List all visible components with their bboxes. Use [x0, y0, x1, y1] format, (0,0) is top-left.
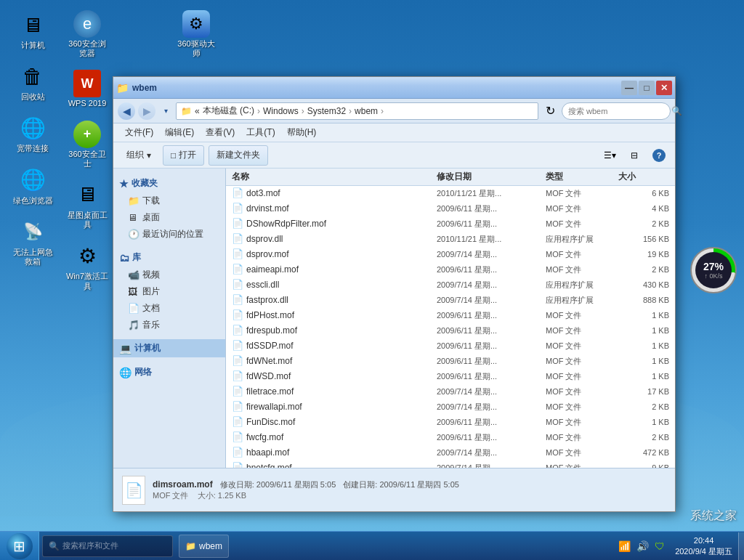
file-size: 17 KB [618, 387, 669, 396]
file-list-header: 名称 修改日期 类型 大小 [226, 169, 675, 186]
help-button[interactable]: ? [649, 145, 669, 166]
organize-button[interactable]: 组织 ▾ [119, 145, 158, 166]
desktop-icon-broadband[interactable]: 🌐 宽带连接 [7, 110, 58, 156]
speed-circle: 27% ↑ 0K/s [690, 247, 737, 293]
file-type: MOF 文件 [546, 432, 618, 443]
file-size: 1 KB [618, 357, 669, 365]
downloads-label: 下载 [142, 195, 160, 207]
computer-nav-icon: 💻 [119, 343, 132, 354]
path-sep3: › [349, 106, 352, 116]
menu-view[interactable]: 查看(V) [200, 125, 240, 140]
recent-locations-button[interactable]: ▾ [158, 104, 173, 118]
show-desktop-button[interactable] [738, 532, 744, 560]
desktop-icon-360desktop[interactable]: 🖥 星图桌面工具 [62, 177, 113, 232]
menu-help[interactable]: 帮助(H) [281, 125, 323, 140]
file-icon: 📄 [232, 203, 243, 214]
sidebar-network-header[interactable]: 🌐 网络 [113, 363, 225, 381]
breadcrumb-part1: « [195, 106, 200, 116]
file-row[interactable]: 📄 fdPHost.mof 2009/6/11 星期... MOF 文件 1 K… [226, 308, 675, 323]
desktop-icon-win7tool[interactable]: ⚙ Win7激活工具 [62, 238, 113, 293]
sidebar-item-music[interactable]: 🎵 音乐 [113, 317, 225, 333]
file-row[interactable]: 📄 fwcfg.mof 2009/6/11 星期... MOF 文件 2 KB [226, 430, 675, 445]
file-row[interactable]: 📄 fdWSD.mof 2009/6/11 星期... MOF 文件 1 KB [226, 369, 675, 384]
search-input[interactable] [568, 107, 668, 115]
file-date: 2009/6/11 星期... [437, 203, 546, 214]
file-row[interactable]: 📄 DShowRdpFilter.mof 2009/6/11 星期... MOF… [226, 216, 675, 232]
file-icon: 📄 [232, 462, 243, 468]
file-row[interactable]: 📄 FunDisc.mof 2009/6/11 星期... MOF 文件 1 K… [226, 415, 675, 430]
libraries-label: 库 [132, 251, 141, 264]
col-size[interactable]: 大小 [618, 171, 669, 183]
sidebar-item-documents[interactable]: 📄 文档 [113, 300, 225, 317]
new-folder-button[interactable]: 新建文件夹 [209, 145, 268, 166]
desktop-icon-ie[interactable]: e 360安全浏览器 [62, 7, 113, 61]
file-type: MOF 文件 [546, 402, 618, 413]
desktop-icon-wps[interactable]: W WPS 2019 [62, 67, 113, 111]
sidebar-favorites-header[interactable]: ★ 收藏夹 [113, 174, 225, 192]
file-row[interactable]: 📄 fdSSDP.mof 2009/6/11 星期... MOF 文件 1 KB [226, 338, 675, 354]
file-row[interactable]: 📄 filetrace.mof 2009/7/14 星期... MOF 文件 1… [226, 384, 675, 399]
new-folder-label: 新建文件夹 [217, 149, 260, 161]
menu-tools[interactable]: 工具(T) [240, 125, 280, 140]
desktop-icon-no-network[interactable]: 📡 无法上网急救箱 [7, 214, 58, 269]
view-options-button[interactable]: ☰ ▾ [599, 145, 620, 166]
desktop-icon-computer[interactable]: 🖥 计算机 [7, 7, 58, 53]
refresh-button[interactable]: ↻ [541, 102, 559, 120]
file-list-container[interactable]: 名称 修改日期 类型 大小 📄 dot3.mof 2010/11/21 星期..… [226, 169, 675, 468]
back-button[interactable]: ◀ [118, 102, 135, 120]
col-name[interactable]: 名称 [232, 171, 437, 183]
sidebar-computer-header[interactable]: 💻 计算机 [113, 339, 225, 357]
file-type: MOF 文件 [546, 310, 618, 321]
sidebar-item-videos[interactable]: 📹 视频 [113, 267, 225, 283]
file-row[interactable]: 📄 dsprov.dll 2010/11/21 星期... 应用程序扩展 156… [226, 232, 675, 247]
sidebar-item-downloads[interactable]: 📁 下载 [113, 192, 225, 209]
file-row[interactable]: 📄 fdrespub.mof 2009/6/11 星期... MOF 文件 1 … [226, 323, 675, 338]
360driver-icon: ⚙ [182, 10, 210, 38]
360driver-icon-label: 360驱动大师 [174, 39, 219, 58]
file-row[interactable]: 📄 drvinst.mof 2009/6/11 星期... MOF 文件 4 K… [226, 201, 675, 216]
win7tool-icon: ⚙ [73, 241, 102, 270]
desktop-icon-360guard[interactable]: + 360安全卫士 [62, 118, 113, 171]
start-button[interactable]: ⊞ [0, 532, 39, 561]
sidebar-item-recent[interactable]: 🕐 最近访问的位置 [113, 226, 225, 243]
menu-file[interactable]: 文件(F) [119, 125, 159, 140]
minimize-button[interactable]: — [621, 81, 637, 95]
sidebar-item-pictures[interactable]: 🖼 图片 [113, 283, 225, 300]
close-button[interactable]: ✕ [656, 81, 672, 95]
file-row[interactable]: 📄 esscli.dll 2009/7/14 星期... 应用程序扩展 430 … [226, 277, 675, 293]
preview-pane-button[interactable]: ⊟ [624, 145, 644, 166]
desktop-icon-360driver[interactable]: ⚙ 360驱动大师 [171, 7, 222, 61]
windows-logo-icon: ⊞ [13, 537, 25, 555]
taskbar-clock[interactable]: 20:44 2020/9/4 星期五 [669, 535, 738, 556]
desktop-icon-green-browser[interactable]: 🌐 绿色浏览器 [7, 163, 58, 208]
address-path[interactable]: 📁 « 本地磁盘 (C:) › Windows › System32 › wbe… [176, 102, 538, 120]
open-button[interactable]: □ 打开 [163, 145, 204, 166]
file-row[interactable]: 📄 hbaapi.mof 2009/7/14 星期... MOF 文件 472 … [226, 445, 675, 460]
sidebar-item-desktop[interactable]: 🖥 桌面 [113, 209, 225, 226]
file-size: 1 KB [618, 311, 669, 320]
file-row[interactable]: 📄 firewallapi.mof 2009/7/14 星期... MOF 文件… [226, 399, 675, 415]
file-row[interactable]: 📄 fdWNet.mof 2009/6/11 星期... MOF 文件 1 KB [226, 354, 675, 369]
file-row[interactable]: 📄 dsprov.mof 2009/7/14 星期... MOF 文件 19 K… [226, 247, 675, 262]
file-row[interactable]: 📄 dot3.mof 2010/11/21 星期... MOF 文件 6 KB [226, 186, 675, 201]
toolbar: 组织 ▾ □ 打开 新建文件夹 ☰ ▾ ⊟ ? [113, 142, 675, 169]
file-row[interactable]: 📄 hnetcfg.mof 2009/7/14 星期... MOF 文件 9 K… [226, 460, 675, 468]
file-row[interactable]: 📄 eaimeapi.mof 2009/6/11 星期... MOF 文件 2 … [226, 262, 675, 277]
sidebar-libraries-header[interactable]: 🗂 库 [113, 248, 225, 267]
file-date: 2009/7/14 星期... [437, 386, 546, 397]
desktop-icon-recycle[interactable]: 🗑 回收站 [7, 59, 58, 105]
file-name-text: fdWNet.mof [246, 356, 292, 366]
search-box[interactable]: 🔍 [562, 102, 671, 120]
taskbar-item-wbem[interactable]: 📁 wbem [179, 535, 229, 558]
maximize-button[interactable]: □ [639, 81, 655, 95]
col-type[interactable]: 类型 [546, 171, 618, 183]
file-name-text: drvinst.mof [246, 203, 289, 214]
libraries-icon: 🗂 [119, 252, 129, 264]
file-icon: 📄 [232, 294, 243, 306]
forward-button[interactable]: ▶ [138, 102, 155, 120]
file-row[interactable]: 📄 fastprox.dll 2009/7/14 星期... 应用程序扩展 88… [226, 293, 675, 308]
col-date[interactable]: 修改日期 [437, 171, 546, 183]
taskbar-search-box[interactable]: 🔍 搜索程序和文件 [42, 535, 173, 557]
file-name-text: fastprox.dll [246, 295, 288, 305]
menu-edit[interactable]: 编辑(E) [159, 125, 200, 140]
